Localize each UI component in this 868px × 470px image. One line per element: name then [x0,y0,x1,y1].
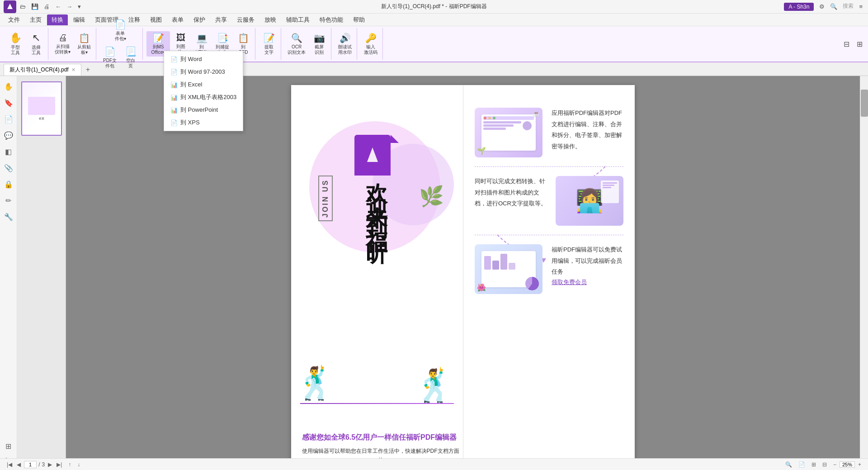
xps-icon: 📄 [170,119,178,126]
to-xml-item[interactable]: 📊 到 XML电子表格2003 [164,91,243,104]
sidebar-layers-icon[interactable]: ◧ [2,145,15,158]
join-us-text: JOIN US [318,176,333,221]
menu-cloud[interactable]: 云服务 [232,14,259,25]
extract-text-btn[interactable]: 📝 提取文字 [259,31,279,57]
ribbon-group-read: 🔊 朗读试用水印 [333,28,357,60]
clipboard-btn[interactable]: 📋 从剪贴板▾ [74,31,94,57]
read-aloud-btn[interactable]: 🔊 朗读试用水印 [335,31,355,57]
blank-icon: 📃 [125,46,137,57]
dancer-right: 🕺 [415,367,454,404]
menu-home[interactable]: 主页 [25,14,46,25]
page-thumb-1[interactable]: 欢迎 [21,81,62,136]
to-powerpoint-item[interactable]: 📊 到 PowerPoint [164,104,243,116]
settings-icon[interactable]: ⚙ [817,2,826,11]
clipboard-icon: 📋 [79,33,90,43]
chart-bars [484,254,533,270]
to-office-label: 到MSOffice▾ [151,44,165,55]
sidebar-hand-icon[interactable]: ✋ [2,80,15,93]
ocr-icon: 🔍 [291,33,302,43]
sidebar-signature-icon[interactable]: ✏ [2,194,15,207]
tb-save-btn[interactable]: 💾 [29,2,40,11]
bar-1 [484,256,491,270]
leaf-decoration: 🌿 [419,185,444,208]
prev-page-btn[interactable]: ◀ [15,461,22,468]
browser-main [483,121,521,130]
menu-edit[interactable]: 编辑 [69,14,90,25]
prev-spread-btn[interactable]: ↓ [76,461,81,468]
menu-file[interactable]: 文件 [4,14,24,25]
last-page-btn[interactable]: ▶| [55,461,63,468]
first-spread-btn[interactable]: ↑ [67,461,72,468]
scan-btn[interactable]: 🖨 从扫描仪转换▾ [52,31,73,57]
to-word97-item[interactable]: 📄 到 Word 97-2003 [164,66,243,78]
content-bar-3 [483,128,506,130]
to-powerpoint-label: 到 PowerPoint [180,106,218,114]
single-page-view-btn[interactable]: ⊟ [842,39,851,49]
status-right: 🔍 📄 ⊞ ⊟ − + [784,461,863,468]
select-tool-btn[interactable]: ↖ 选择工具 [26,31,46,57]
blank-page-btn[interactable]: 📃 空白页 [121,45,141,70]
zoom-out-btn[interactable]: − [832,461,838,468]
multi-page-view-btn[interactable]: ⊞ [855,39,864,49]
form-btn[interactable]: 📄 表单件包▾ [110,18,130,43]
close-tab-btn[interactable]: ✕ [71,67,75,73]
fit-view-icon[interactable]: ⊟ [821,461,828,468]
side-circle [523,121,532,130]
feature-item-2: 同时可以完成文档转换、针对扫描件和图片构成的文档，进行OCR文字提取等。 👩‍💻 [475,167,623,235]
feature-desc-1: 应用福昕PDF编辑器对PDF文档进行编辑、注释、合并和拆分、电子签章、加密解密等… [552,108,623,152]
ocr-recognize-btn[interactable]: 🔍 OCR识别文本 [285,31,308,57]
ribbon-group-form: 📄 表单件包▾ 📄 PDF文件包 📃 空白页 [98,28,143,60]
menu-convert[interactable]: 转换 [47,14,68,25]
screenshot-recognize-btn[interactable]: 📷 截屏识别 [309,31,329,57]
zoom-input[interactable] [840,461,855,468]
zoom-in-btn[interactable]: + [857,461,863,468]
grid-view-icon[interactable]: ⊞ [810,461,817,468]
menu-view[interactable]: 视图 [146,14,166,25]
activate-btn[interactable]: 🔑 输入激活码 [361,31,381,57]
sidebar-attachment-icon[interactable]: 📎 [2,161,15,175]
free-member-link[interactable]: 领取免费会员 [552,279,587,285]
left-column: JOIN US 欢 迎 来 到 福 昕 🌿 🕺 🕺 [291,85,463,470]
tb-back-btn[interactable]: ← [53,2,63,11]
first-page-btn[interactable]: |◀ [5,461,14,468]
sidebar-pages-panel-icon[interactable]: ⊞ [2,439,15,453]
left-sidebar: ✋ 🔖 📄 💬 ◧ 📎 🔒 ✏ 🔧 ⊞ ▶ [0,76,17,470]
menu-special[interactable]: 特色功能 [315,14,348,25]
tb-print-btn[interactable]: 🖨 [42,2,52,11]
add-tab-btn[interactable]: + [82,64,94,76]
next-page-btn[interactable]: ▶ [47,461,53,468]
sidebar-comment-icon[interactable]: 💬 [2,128,15,142]
tb-more-btn[interactable]: ▾ [76,2,83,11]
welcome-char-4: 到 [365,201,389,204]
tb-open-btn[interactable]: 🗁 [18,2,28,11]
to-xps-item[interactable]: 📄 到 XPS [164,116,243,129]
tb-forward-btn[interactable]: → [65,2,74,11]
user-badge: A - Sh3n [784,3,814,11]
activate-label: 输入激活码 [364,44,377,55]
more-options-icon[interactable]: ≡ [857,2,864,11]
menu-help[interactable]: 帮助 [349,14,369,25]
right-column: 🌱 ☕ 应用福昕PDF编辑器对PDF文档进行编辑、注释、合并和拆分、电子签章、加… [463,85,635,470]
menu-protect[interactable]: 保护 [189,14,210,25]
feature-item-1: 🌱 ☕ 应用福昕PDF编辑器对PDF文档进行编辑、注释、合并和拆分、电子签章、加… [475,99,623,167]
sidebar-tool-icon[interactable]: 🔧 [2,210,15,223]
ribbon-right: ⊟ ⊞ [842,39,864,49]
to-excel-item[interactable]: 📊 到 Excel [164,78,243,91]
welcome-char-6: 昕 [365,224,389,227]
tab-document[interactable]: 新人引导(1)_OCR(4).pdf ✕ [4,64,81,76]
to-word-item[interactable]: 📄 到 Word [164,53,243,66]
sidebar-security-icon[interactable]: 🔒 [2,177,15,191]
page-number-input[interactable] [24,461,37,468]
sidebar-page-icon[interactable]: 📄 [2,112,15,126]
zoom-search-icon[interactable]: 🔍 [784,461,793,468]
menu-slideshow[interactable]: 放映 [260,14,281,25]
menu-form[interactable]: 表单 [167,14,188,25]
menu-share[interactable]: 共享 [211,14,231,25]
pdf-files-btn[interactable]: 📄 PDF文件包 [100,45,120,70]
single-view-icon[interactable]: 📄 [797,461,807,468]
search-top-icon[interactable]: 🔍 [828,2,839,11]
menu-tools[interactable]: 辅助工具 [282,14,314,25]
scroll-thumb[interactable] [861,90,868,117]
hand-tool-btn[interactable]: ✋ 手型工具 [5,31,25,57]
sidebar-bookmark-icon[interactable]: 🔖 [2,96,15,109]
